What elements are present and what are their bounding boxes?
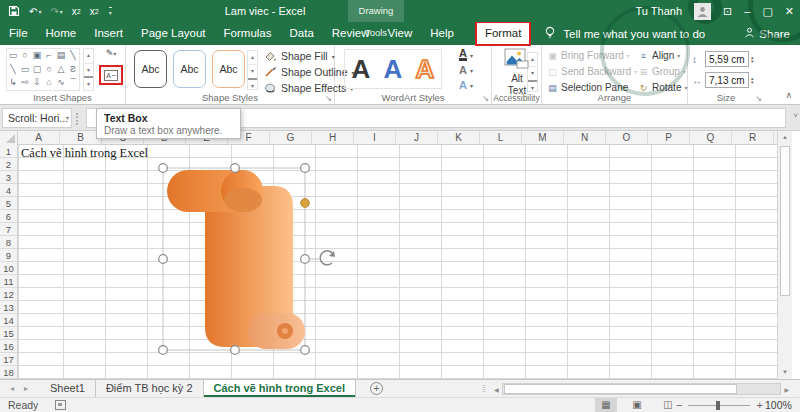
shape-gallery-item[interactable]: Ƨ [67, 63, 79, 77]
column-header[interactable]: N [564, 131, 606, 144]
macro-record-icon[interactable] [55, 400, 66, 410]
text-box-button[interactable]: A [100, 66, 122, 84]
rotate-handle[interactable] [320, 251, 335, 265]
row-header[interactable]: 2 [0, 158, 17, 171]
column-header[interactable]: O [606, 131, 648, 144]
shape-gallery-item[interactable]: △ [55, 63, 67, 77]
user-name[interactable]: Tu Thanh [636, 5, 682, 17]
shape-gallery-item[interactable]: ▭ [19, 63, 31, 77]
expand-formula-bar-icon[interactable]: ˅ [793, 111, 798, 120]
ribbon-tab[interactable]: Help [421, 22, 463, 45]
selection-handle[interactable] [159, 346, 168, 355]
collapse-ribbon-icon[interactable]: ∧ [785, 90, 792, 100]
scrollbar-grip[interactable]: ⁞⁞ [482, 384, 485, 394]
row-header[interactable]: 4 [0, 184, 17, 197]
sheet-tab-active[interactable]: Cách vẽ hình trong Excel [204, 380, 356, 397]
row-header[interactable]: 15 [0, 327, 17, 340]
sheet-nav-right-icon[interactable]: ▸ [24, 384, 28, 393]
row-header[interactable]: 8 [0, 236, 17, 249]
shape-gallery-item[interactable]: ⇨ [19, 76, 31, 90]
align-button[interactable]: ≡ Align▾ [638, 49, 687, 62]
shape-style-preset-2[interactable]: Abc [173, 50, 206, 88]
maximize-button[interactable]: ▢ [762, 5, 772, 18]
row-header[interactable]: 3 [0, 171, 17, 184]
shape-gallery-item[interactable]: ○ [19, 49, 31, 63]
zoom-slider[interactable] [688, 405, 750, 406]
ribbon-tab[interactable]: Home [37, 22, 86, 45]
styles-down-icon[interactable]: ▾ [248, 64, 257, 78]
sheet-tab-sheet1[interactable]: Sheet1 [40, 380, 96, 397]
shape-gallery-item[interactable]: ▤ [55, 49, 67, 63]
row-header[interactable]: 17 [0, 353, 17, 366]
shape-gallery-item[interactable]: ⌂ [43, 76, 55, 90]
scroll-down-icon[interactable]: ▼ [778, 366, 792, 379]
page-layout-view-icon[interactable]: ▣ [626, 398, 648, 412]
height-spinner[interactable]: ▴▾ [751, 55, 754, 63]
adjustment-handle[interactable] [301, 199, 310, 208]
ribbon-tab[interactable]: File [0, 22, 37, 45]
alt-text-button[interactable]: Alt Text [499, 48, 535, 94]
zoom-out-icon[interactable]: − [676, 399, 682, 411]
column-header[interactable]: Q [690, 131, 732, 144]
column-header[interactable]: L [480, 131, 522, 144]
ribbon-tab[interactable]: Formulas [215, 22, 281, 45]
shape-gallery-item[interactable]: ↳ [7, 76, 19, 90]
column-header[interactable]: A [18, 131, 60, 144]
row-header[interactable]: 11 [0, 275, 17, 288]
column-header[interactable]: M [522, 131, 564, 144]
width-spinner[interactable]: ▴▾ [751, 76, 754, 84]
column-header[interactable]: J [396, 131, 438, 144]
new-sheet-button[interactable]: + [370, 382, 383, 395]
shape-gallery-item[interactable]: ○ [43, 63, 55, 77]
row-header[interactable]: 1 [0, 145, 17, 158]
shape-gallery-item[interactable]: ╲ [7, 63, 19, 77]
vertical-scroll-thumb[interactable] [780, 146, 790, 296]
scroll-left-icon[interactable]: ◀ [491, 386, 502, 393]
shape-style-preset-3[interactable]: Abc [212, 50, 245, 88]
text-fill-button[interactable]: A▾ [459, 48, 473, 62]
ribbon-display-options-icon[interactable]: ⊡ [723, 5, 732, 18]
column-header[interactable]: H [312, 131, 354, 144]
shape-gallery-item[interactable]: ▭ [7, 49, 19, 63]
zoom-in-icon[interactable]: + [756, 399, 762, 411]
column-header[interactable]: I [354, 131, 396, 144]
scroll-right-icon[interactable]: ▶ [781, 386, 792, 393]
selection-handle[interactable] [231, 346, 240, 355]
worksheet-cells[interactable] [18, 145, 777, 379]
ribbon-tab[interactable]: Data [281, 22, 323, 45]
selection-handle[interactable] [159, 255, 168, 264]
user-avatar[interactable] [694, 3, 711, 20]
shape-gallery-item[interactable]: ⌐ [43, 49, 55, 63]
selection-handle[interactable] [301, 346, 310, 355]
wordart-preset-3[interactable]: A [416, 56, 435, 82]
select-all-corner[interactable] [0, 131, 18, 145]
selection-handle[interactable] [301, 164, 310, 173]
ribbon-tab[interactable]: Page Layout [132, 22, 215, 45]
shape-width-input[interactable]: 7,13 cm [705, 72, 749, 88]
horizontal-scroll-thumb[interactable] [504, 384, 737, 394]
sheet-nav-left-icon[interactable]: ◂ [10, 384, 14, 393]
minimize-button[interactable]: – [744, 5, 750, 17]
shape-style-preset-1[interactable]: Abc [134, 50, 167, 88]
selection-handle[interactable] [159, 164, 168, 173]
gallery-more-icon[interactable]: ▾ [84, 76, 93, 90]
edit-shape-button[interactable]: ✎▾ [99, 48, 123, 62]
row-header[interactable]: 16 [0, 340, 17, 353]
horizontal-scroll-shape[interactable] [167, 170, 305, 349]
column-header[interactable]: K [438, 131, 480, 144]
normal-view-icon[interactable]: ▦ [595, 398, 617, 412]
row-header[interactable]: 6 [0, 210, 17, 223]
shape-gallery-item[interactable]: ╲ [67, 49, 79, 63]
tell-me-box[interactable]: Tell me what you want to do [544, 22, 705, 45]
row-header[interactable]: 12 [0, 288, 17, 301]
vertical-scrollbar[interactable]: ▲ ▼ [777, 131, 792, 379]
wordart-preset-1[interactable]: A [352, 56, 371, 82]
shape-gallery-item[interactable]: ▣ [31, 49, 43, 63]
sheet-tab-diem-tb[interactable]: Điểm TB học kỳ 2 [96, 380, 204, 397]
column-header[interactable]: R [732, 131, 774, 144]
row-header[interactable]: 9 [0, 249, 17, 262]
selection-handle[interactable] [231, 164, 240, 173]
send-backward-button[interactable]: ▢ Send Backward▾ [547, 65, 637, 78]
bring-forward-button[interactable]: ▣ Bring Forward▾ [547, 49, 637, 62]
row-header[interactable]: 14 [0, 314, 17, 327]
